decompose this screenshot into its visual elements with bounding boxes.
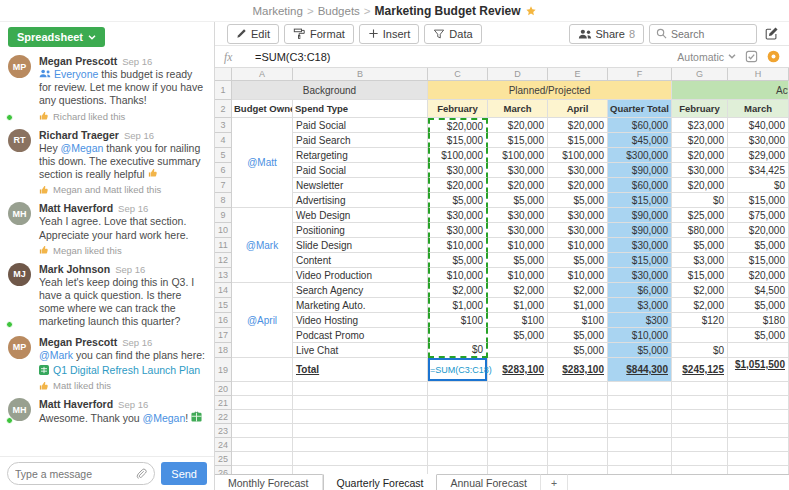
add-sheet-button[interactable]: +: [541, 474, 568, 490]
cell-B5[interactable]: Retargeting: [293, 148, 428, 163]
cell-B19[interactable]: Total: [293, 358, 428, 382]
cell-F14[interactable]: $6,000: [608, 283, 672, 298]
cell-H16[interactable]: $180: [728, 313, 789, 328]
cell-B23[interactable]: [293, 424, 428, 438]
cell-E25[interactable]: [548, 452, 608, 466]
cell-A14[interactable]: @April: [232, 283, 293, 358]
cell-G3[interactable]: $23,000: [672, 118, 728, 133]
format-button[interactable]: Format: [284, 24, 354, 44]
avatar[interactable]: MP: [8, 55, 33, 122]
cell-A26[interactable]: [232, 466, 293, 474]
cell-H4[interactable]: $30,000: [728, 133, 789, 148]
cell-E26[interactable]: [548, 466, 608, 474]
cell-H13[interactable]: $20,000: [728, 268, 789, 283]
cell-G19[interactable]: $245,125: [672, 358, 728, 382]
cell-D5[interactable]: $100,000: [488, 148, 548, 163]
cell-C4[interactable]: $15,000: [428, 133, 488, 148]
header-quarter-total-F[interactable]: Quarter Total: [608, 100, 672, 118]
row-header-12[interactable]: 12: [215, 253, 232, 268]
cell-B3[interactable]: Paid Social: [293, 118, 428, 133]
cell-H22[interactable]: [728, 410, 789, 424]
cell-A9[interactable]: @Mark: [232, 208, 293, 283]
cell-D19[interactable]: $283,100: [488, 358, 548, 382]
row-header-11[interactable]: 11: [215, 238, 232, 253]
cell-H25[interactable]: [728, 452, 789, 466]
cell-D11[interactable]: $10,000: [488, 238, 548, 253]
cell-D22[interactable]: [488, 410, 548, 424]
cell-C8[interactable]: $5,000: [428, 193, 488, 208]
cell-F12[interactable]: $15,000: [608, 253, 672, 268]
cell-B15[interactable]: Marketing Auto.: [293, 298, 428, 313]
cell-E14[interactable]: $2,000: [548, 283, 608, 298]
cell-D17[interactable]: $5,000: [488, 328, 548, 343]
cell-H5[interactable]: $29,000: [728, 148, 789, 163]
cell-C12[interactable]: $5,000: [428, 253, 488, 268]
cell-E20[interactable]: [548, 382, 608, 396]
mention-link[interactable]: @Megan: [143, 412, 186, 424]
cell-B24[interactable]: [293, 438, 428, 452]
cell-C26[interactable]: [428, 466, 488, 474]
message-input[interactable]: [15, 468, 131, 480]
cell-G4[interactable]: $20,000: [672, 133, 728, 148]
cell-C5[interactable]: $100,000: [428, 148, 488, 163]
cell-B7[interactable]: Newsletter: [293, 178, 428, 193]
cell-H9[interactable]: $75,000: [728, 208, 789, 223]
row-header-7[interactable]: 7: [215, 178, 232, 193]
cell-G6[interactable]: $30,000: [672, 163, 728, 178]
cell-E19[interactable]: $283,100: [548, 358, 608, 382]
row-header-15[interactable]: 15: [215, 298, 232, 313]
cell-G10[interactable]: $80,000: [672, 223, 728, 238]
cell-F3[interactable]: $60,000: [608, 118, 672, 133]
cell-F7[interactable]: $60,000: [608, 178, 672, 193]
cell-H12[interactable]: $15,000: [728, 253, 789, 268]
cell-H3[interactable]: $40,000: [728, 118, 789, 133]
row-header-2[interactable]: 2: [215, 100, 232, 118]
cell-F16[interactable]: $300: [608, 313, 672, 328]
cell-D15[interactable]: $1,000: [488, 298, 548, 313]
cell-C15[interactable]: $1,000: [428, 298, 488, 313]
search-box[interactable]: [649, 24, 757, 44]
cell-F6[interactable]: $90,000: [608, 163, 672, 178]
header-spend-type-B[interactable]: Spend Type: [293, 100, 428, 118]
cell-G21[interactable]: [672, 396, 728, 410]
cell-D16[interactable]: $100: [488, 313, 548, 328]
corner-header[interactable]: [215, 68, 232, 81]
cell-C22[interactable]: [428, 410, 488, 424]
cell-F9[interactable]: $90,000: [608, 208, 672, 223]
column-header-D[interactable]: D: [488, 68, 548, 81]
cell-H24[interactable]: [728, 438, 789, 452]
cell-H8[interactable]: $15,000: [728, 193, 789, 208]
formula-input[interactable]: =SUM(C3:C18): [255, 51, 668, 63]
cell-D8[interactable]: $5,000: [488, 193, 548, 208]
cell-G23[interactable]: [672, 424, 728, 438]
cell-B9[interactable]: Web Design: [293, 208, 428, 223]
cell-H7[interactable]: $0: [728, 178, 789, 193]
cell-A23[interactable]: [232, 424, 293, 438]
header-march-H[interactable]: March: [728, 100, 789, 118]
cell-C18[interactable]: $0: [428, 343, 488, 358]
cell-F25[interactable]: [608, 452, 672, 466]
cell-F11[interactable]: $30,000: [608, 238, 672, 253]
row-header-18[interactable]: 18: [215, 343, 232, 358]
cell-G16[interactable]: $120: [672, 313, 728, 328]
send-button[interactable]: Send: [161, 462, 207, 485]
cell-G17[interactable]: [672, 328, 728, 343]
cell-D4[interactable]: $15,000: [488, 133, 548, 148]
cell-D3[interactable]: $20,000: [488, 118, 548, 133]
active-cell-C19[interactable]: =SUM(C3:C18): [428, 358, 488, 382]
column-header-C[interactable]: C: [428, 68, 488, 81]
cell-E23[interactable]: [548, 424, 608, 438]
cell-E11[interactable]: $10,000: [548, 238, 608, 253]
cell-A22[interactable]: [232, 410, 293, 424]
avatar[interactable]: MH: [8, 202, 33, 255]
column-header-H[interactable]: H: [728, 68, 789, 81]
insert-button[interactable]: Insert: [359, 24, 420, 44]
cell-G15[interactable]: $2,000: [672, 298, 728, 313]
cell-H17[interactable]: $5,000: [728, 328, 789, 343]
cell-F5[interactable]: $300,000: [608, 148, 672, 163]
cell-B8[interactable]: Advertising: [293, 193, 428, 208]
cell-C23[interactable]: [428, 424, 488, 438]
compose-button[interactable]: [762, 25, 781, 42]
cell-H6[interactable]: $34,425: [728, 163, 789, 178]
cell-F17[interactable]: $10,000: [608, 328, 672, 343]
